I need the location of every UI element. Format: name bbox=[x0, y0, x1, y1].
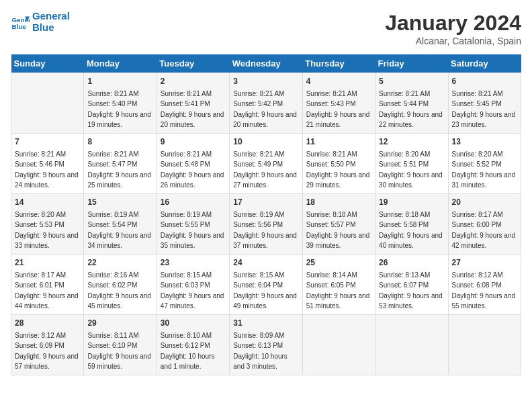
page-header: General Blue General Blue January 2024 A… bbox=[11, 11, 521, 46]
calendar-week-row: 1 Sunrise: 8:21 AMSunset: 5:40 PMDayligh… bbox=[11, 73, 521, 134]
day-info: Sunrise: 8:18 AMSunset: 5:58 PMDaylight:… bbox=[379, 211, 443, 250]
day-info: Sunrise: 8:15 AMSunset: 6:03 PMDaylight:… bbox=[161, 271, 224, 310]
weekday-header: Thursday bbox=[302, 54, 375, 73]
day-number: 31 bbox=[233, 318, 298, 329]
day-number: 9 bbox=[161, 136, 226, 148]
calendar-cell: 7 Sunrise: 8:21 AMSunset: 5:46 PMDayligh… bbox=[11, 134, 84, 194]
day-info: Sunrise: 8:10 AMSunset: 6:12 PMDaylight:… bbox=[161, 332, 215, 371]
day-info: Sunrise: 8:09 AMSunset: 6:13 PMDaylight:… bbox=[233, 332, 287, 371]
weekday-header-row: SundayMondayTuesdayWednesdayThursdayFrid… bbox=[11, 54, 521, 73]
location: Alcanar, Catalonia, Spain bbox=[385, 36, 521, 46]
day-number: 13 bbox=[452, 136, 517, 148]
calendar-cell: 27 Sunrise: 8:12 AMSunset: 6:08 PMDaylig… bbox=[448, 255, 521, 315]
day-number: 20 bbox=[452, 197, 517, 208]
day-info: Sunrise: 8:17 AMSunset: 6:01 PMDaylight:… bbox=[15, 271, 79, 310]
day-info: Sunrise: 8:20 AMSunset: 5:53 PMDaylight:… bbox=[15, 211, 79, 250]
calendar-cell: 19 Sunrise: 8:18 AMSunset: 5:58 PMDaylig… bbox=[375, 194, 448, 255]
calendar-cell bbox=[375, 315, 448, 375]
calendar-cell: 21 Sunrise: 8:17 AMSunset: 6:01 PMDaylig… bbox=[11, 255, 84, 315]
calendar-cell: 2 Sunrise: 8:21 AMSunset: 5:41 PMDayligh… bbox=[157, 73, 229, 134]
calendar-cell: 11 Sunrise: 8:21 AMSunset: 5:50 PMDaylig… bbox=[302, 134, 375, 194]
day-number: 15 bbox=[87, 197, 152, 208]
calendar-week-row: 21 Sunrise: 8:17 AMSunset: 6:01 PMDaylig… bbox=[11, 255, 521, 315]
day-info: Sunrise: 8:19 AMSunset: 5:56 PMDaylight:… bbox=[233, 211, 297, 250]
weekday-header: Monday bbox=[84, 54, 157, 73]
month-title: January 2024 bbox=[385, 11, 521, 36]
calendar-cell: 23 Sunrise: 8:15 AMSunset: 6:03 PMDaylig… bbox=[157, 255, 229, 315]
day-info: Sunrise: 8:21 AMSunset: 5:41 PMDaylight:… bbox=[161, 90, 224, 129]
calendar-week-row: 7 Sunrise: 8:21 AMSunset: 5:46 PMDayligh… bbox=[11, 134, 521, 194]
day-number: 23 bbox=[161, 257, 226, 269]
day-number: 26 bbox=[379, 257, 444, 269]
calendar-cell: 24 Sunrise: 8:15 AMSunset: 6:04 PMDaylig… bbox=[230, 255, 302, 315]
calendar-cell: 31 Sunrise: 8:09 AMSunset: 6:13 PMDaylig… bbox=[230, 315, 302, 375]
logo-line2: Blue bbox=[32, 22, 70, 34]
weekday-header: Tuesday bbox=[157, 54, 229, 73]
calendar-cell: 8 Sunrise: 8:21 AMSunset: 5:47 PMDayligh… bbox=[84, 134, 157, 194]
calendar-cell: 30 Sunrise: 8:10 AMSunset: 6:12 PMDaylig… bbox=[157, 315, 229, 375]
calendar-cell: 5 Sunrise: 8:21 AMSunset: 5:44 PMDayligh… bbox=[375, 73, 448, 134]
day-number: 2 bbox=[161, 76, 226, 87]
day-number: 30 bbox=[161, 318, 226, 329]
logo-icon: General Blue bbox=[11, 13, 30, 32]
svg-text:Blue: Blue bbox=[11, 22, 26, 30]
calendar-cell: 6 Sunrise: 8:21 AMSunset: 5:45 PMDayligh… bbox=[448, 73, 521, 134]
day-number: 28 bbox=[15, 318, 80, 329]
day-info: Sunrise: 8:13 AMSunset: 6:07 PMDaylight:… bbox=[379, 271, 443, 310]
day-number: 12 bbox=[379, 136, 444, 148]
weekday-header: Sunday bbox=[11, 54, 84, 73]
calendar-cell: 12 Sunrise: 8:20 AMSunset: 5:51 PMDaylig… bbox=[375, 134, 448, 194]
day-number: 24 bbox=[233, 257, 298, 269]
calendar-cell: 9 Sunrise: 8:21 AMSunset: 5:48 PMDayligh… bbox=[157, 134, 229, 194]
day-number: 17 bbox=[233, 197, 298, 208]
calendar-cell: 16 Sunrise: 8:19 AMSunset: 5:55 PMDaylig… bbox=[157, 194, 229, 255]
calendar-cell: 13 Sunrise: 8:20 AMSunset: 5:52 PMDaylig… bbox=[448, 134, 521, 194]
day-info: Sunrise: 8:20 AMSunset: 5:52 PMDaylight:… bbox=[452, 150, 516, 189]
calendar-week-row: 28 Sunrise: 8:12 AMSunset: 6:09 PMDaylig… bbox=[11, 315, 521, 375]
calendar-cell bbox=[448, 315, 521, 375]
day-info: Sunrise: 8:21 AMSunset: 5:45 PMDaylight:… bbox=[452, 90, 516, 129]
weekday-header: Saturday bbox=[448, 54, 521, 73]
day-number: 4 bbox=[306, 76, 371, 87]
day-number: 16 bbox=[161, 197, 226, 208]
day-number: 14 bbox=[15, 197, 80, 208]
day-number: 27 bbox=[452, 257, 517, 269]
day-number: 19 bbox=[379, 197, 444, 208]
day-number: 10 bbox=[233, 136, 298, 148]
day-number: 3 bbox=[233, 76, 298, 87]
day-info: Sunrise: 8:11 AMSunset: 6:10 PMDaylight:… bbox=[87, 332, 151, 371]
day-info: Sunrise: 8:12 AMSunset: 6:09 PMDaylight:… bbox=[15, 332, 79, 371]
day-info: Sunrise: 8:19 AMSunset: 5:54 PMDaylight:… bbox=[87, 211, 151, 250]
day-number: 18 bbox=[306, 197, 371, 208]
day-info: Sunrise: 8:12 AMSunset: 6:08 PMDaylight:… bbox=[452, 271, 516, 310]
day-info: Sunrise: 8:21 AMSunset: 5:47 PMDaylight:… bbox=[87, 150, 151, 189]
calendar-cell: 18 Sunrise: 8:18 AMSunset: 5:57 PMDaylig… bbox=[302, 194, 375, 255]
calendar-week-row: 14 Sunrise: 8:20 AMSunset: 5:53 PMDaylig… bbox=[11, 194, 521, 255]
day-number: 25 bbox=[306, 257, 371, 269]
calendar-cell: 14 Sunrise: 8:20 AMSunset: 5:53 PMDaylig… bbox=[11, 194, 84, 255]
day-info: Sunrise: 8:15 AMSunset: 6:04 PMDaylight:… bbox=[233, 271, 297, 310]
calendar-cell: 1 Sunrise: 8:21 AMSunset: 5:40 PMDayligh… bbox=[84, 73, 157, 134]
calendar-cell: 17 Sunrise: 8:19 AMSunset: 5:56 PMDaylig… bbox=[230, 194, 302, 255]
calendar-cell: 15 Sunrise: 8:19 AMSunset: 5:54 PMDaylig… bbox=[84, 194, 157, 255]
logo-line1: General bbox=[32, 11, 70, 22]
day-info: Sunrise: 8:21 AMSunset: 5:44 PMDaylight:… bbox=[379, 90, 443, 129]
calendar-cell: 3 Sunrise: 8:21 AMSunset: 5:42 PMDayligh… bbox=[230, 73, 302, 134]
weekday-header: Friday bbox=[375, 54, 448, 73]
day-info: Sunrise: 8:16 AMSunset: 6:02 PMDaylight:… bbox=[87, 271, 151, 310]
day-info: Sunrise: 8:21 AMSunset: 5:50 PMDaylight:… bbox=[306, 150, 370, 189]
day-number: 21 bbox=[15, 257, 80, 269]
day-info: Sunrise: 8:19 AMSunset: 5:55 PMDaylight:… bbox=[161, 211, 224, 250]
calendar-cell: 29 Sunrise: 8:11 AMSunset: 6:10 PMDaylig… bbox=[84, 315, 157, 375]
day-info: Sunrise: 8:18 AMSunset: 5:57 PMDaylight:… bbox=[306, 211, 370, 250]
day-number: 8 bbox=[87, 136, 152, 148]
day-info: Sunrise: 8:21 AMSunset: 5:42 PMDaylight:… bbox=[233, 90, 297, 129]
day-info: Sunrise: 8:21 AMSunset: 5:40 PMDaylight:… bbox=[87, 90, 151, 129]
day-number: 7 bbox=[15, 136, 80, 148]
day-info: Sunrise: 8:21 AMSunset: 5:49 PMDaylight:… bbox=[233, 150, 297, 189]
day-number: 29 bbox=[87, 318, 152, 329]
calendar-cell: 25 Sunrise: 8:14 AMSunset: 6:05 PMDaylig… bbox=[302, 255, 375, 315]
calendar-cell: 22 Sunrise: 8:16 AMSunset: 6:02 PMDaylig… bbox=[84, 255, 157, 315]
day-info: Sunrise: 8:21 AMSunset: 5:48 PMDaylight:… bbox=[161, 150, 224, 189]
day-number: 11 bbox=[306, 136, 371, 148]
